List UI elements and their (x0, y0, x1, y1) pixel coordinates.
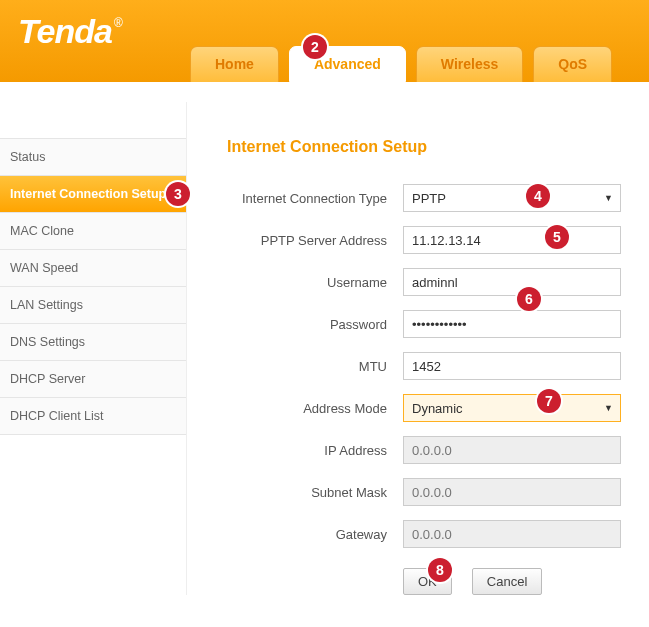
input-username[interactable] (403, 268, 621, 296)
callout-8: 8 (428, 558, 452, 582)
callout-7: 7 (537, 389, 561, 413)
tab-wireless[interactable]: Wireless (416, 46, 523, 82)
input-mtu[interactable] (403, 352, 621, 380)
label-subnet-mask: Subnet Mask (227, 485, 403, 500)
content-area: Internet Connection Setup Internet Conne… (187, 82, 649, 595)
callout-4: 4 (526, 184, 550, 208)
input-password[interactable] (403, 310, 621, 338)
label-address-mode: Address Mode (227, 401, 403, 416)
callout-2: 2 (303, 35, 327, 59)
sidebar-item-dhcp-server[interactable]: DHCP Server (0, 360, 186, 397)
callout-6: 6 (517, 287, 541, 311)
input-gateway (403, 520, 621, 548)
input-subnet-mask (403, 478, 621, 506)
callout-3: 3 (166, 182, 190, 206)
sidebar-item-dns-settings[interactable]: DNS Settings (0, 323, 186, 360)
label-gateway: Gateway (227, 527, 403, 542)
label-ip-address: IP Address (227, 443, 403, 458)
select-address-mode[interactable]: Dynamic (403, 394, 621, 422)
registered-icon: ® (114, 16, 122, 30)
label-connection-type: Internet Connection Type (227, 191, 403, 206)
select-connection-type[interactable]: PPTP (403, 184, 621, 212)
label-username: Username (227, 275, 403, 290)
label-pptp-server: PPTP Server Address (227, 233, 403, 248)
label-mtu: MTU (227, 359, 403, 374)
sidebar-item-mac-clone[interactable]: MAC Clone (0, 212, 186, 249)
sidebar-item-wan-speed[interactable]: WAN Speed (0, 249, 186, 286)
tab-qos[interactable]: QoS (533, 46, 612, 82)
tab-home[interactable]: Home (190, 46, 279, 82)
input-ip-address (403, 436, 621, 464)
sidebar-item-internet-connection-setup[interactable]: Internet Connection Setup (0, 175, 186, 212)
sidebar: Status Internet Connection Setup MAC Clo… (0, 82, 186, 595)
label-password: Password (227, 317, 403, 332)
sidebar-item-status[interactable]: Status (0, 138, 186, 175)
brand-text: Tenda (18, 12, 112, 50)
section-title: Internet Connection Setup (227, 138, 649, 156)
input-pptp-server[interactable] (403, 226, 621, 254)
top-tabs: Home Advanced Wireless QoS (190, 46, 612, 82)
sidebar-item-dhcp-client-list[interactable]: DHCP Client List (0, 397, 186, 435)
sidebar-item-lan-settings[interactable]: LAN Settings (0, 286, 186, 323)
brand-logo: Tenda® (18, 12, 120, 51)
cancel-button[interactable]: Cancel (472, 568, 542, 595)
callout-5: 5 (545, 225, 569, 249)
